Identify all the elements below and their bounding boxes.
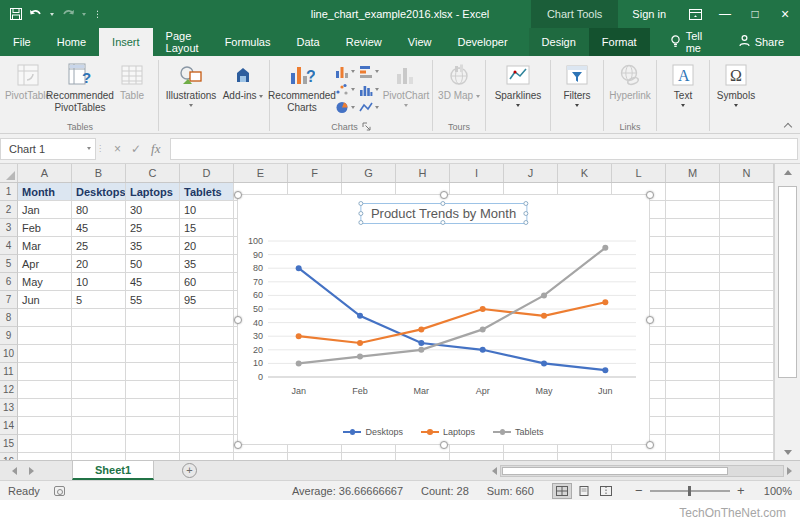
cell-N6[interactable]: [720, 273, 774, 291]
cell-D9[interactable]: [180, 327, 234, 345]
row-header-12[interactable]: 12: [0, 381, 18, 399]
recommended-charts-button[interactable]: ? Recommended Charts: [273, 59, 331, 113]
undo-button[interactable]: [29, 9, 43, 20]
row-header-9[interactable]: 9: [0, 327, 18, 345]
chart-selection-handle[interactable]: [646, 441, 654, 449]
embedded-chart[interactable]: 0102030405060708090100JanFebMarAprMayJun…: [237, 194, 650, 445]
cell-N12[interactable]: [720, 381, 774, 399]
undo-dropdown-caret[interactable]: [50, 13, 54, 16]
cell-B4[interactable]: 25: [72, 237, 126, 255]
cell-N9[interactable]: [720, 327, 774, 345]
pivottable-button[interactable]: PivotTable: [5, 59, 51, 102]
cell-H16[interactable]: [396, 453, 450, 460]
cell-D8[interactable]: [180, 309, 234, 327]
insert-function-icon[interactable]: fx: [151, 141, 160, 157]
select-all-corner[interactable]: [0, 164, 18, 182]
cell-B15[interactable]: [72, 435, 126, 453]
cell-M7[interactable]: [666, 291, 720, 309]
cell-L16[interactable]: [612, 453, 666, 460]
cell-N3[interactable]: [720, 219, 774, 237]
page-break-preview-button[interactable]: [596, 483, 616, 499]
cell-A15[interactable]: [18, 435, 72, 453]
column-header-k[interactable]: K: [558, 164, 612, 182]
cell-C9[interactable]: [126, 327, 180, 345]
column-header-j[interactable]: J: [504, 164, 558, 182]
title-selection-handle[interactable]: [441, 220, 446, 225]
row-header-13[interactable]: 13: [0, 399, 18, 417]
cell-A6[interactable]: May: [18, 273, 72, 291]
cell-C6[interactable]: 45: [126, 273, 180, 291]
cell-C12[interactable]: [126, 381, 180, 399]
cell-A8[interactable]: [18, 309, 72, 327]
row-header-11[interactable]: 11: [0, 363, 18, 381]
row-header-14[interactable]: 14: [0, 417, 18, 435]
cell-N16[interactable]: [720, 453, 774, 460]
cell-K16[interactable]: [558, 453, 612, 460]
symbols-button[interactable]: Ω Symbols: [713, 59, 759, 107]
tab-design[interactable]: Design: [529, 28, 589, 56]
cell-D6[interactable]: 60: [180, 273, 234, 291]
table-button[interactable]: Table: [109, 59, 155, 102]
cell-B2[interactable]: 80: [72, 201, 126, 219]
column-header-c[interactable]: C: [126, 164, 180, 182]
cell-M9[interactable]: [666, 327, 720, 345]
cell-A1[interactable]: Month: [18, 183, 72, 201]
insert-column-chart-button[interactable]: [335, 63, 355, 80]
cell-M1[interactable]: [666, 183, 720, 201]
cell-N2[interactable]: [720, 201, 774, 219]
close-button[interactable]: ×: [770, 0, 800, 28]
filters-button[interactable]: Filters: [554, 59, 600, 107]
cell-N7[interactable]: [720, 291, 774, 309]
cell-N13[interactable]: [720, 399, 774, 417]
cell-J16[interactable]: [504, 453, 558, 460]
cell-C1[interactable]: Laptops: [126, 183, 180, 201]
cell-M4[interactable]: [666, 237, 720, 255]
tab-review[interactable]: Review: [333, 28, 395, 56]
maximize-button[interactable]: □: [740, 0, 770, 28]
tab-insert[interactable]: Insert: [99, 28, 153, 56]
row-header-3[interactable]: 3: [0, 219, 18, 237]
cell-B6[interactable]: 10: [72, 273, 126, 291]
cell-A3[interactable]: Feb: [18, 219, 72, 237]
addins-button[interactable]: Add-ins: [220, 59, 266, 102]
tab-file[interactable]: File: [0, 28, 44, 56]
pivotchart-button[interactable]: PivotChart: [383, 59, 429, 107]
cell-A2[interactable]: Jan: [18, 201, 72, 219]
title-selection-handle[interactable]: [358, 211, 363, 216]
cell-E16[interactable]: [234, 453, 288, 460]
chart-selection-handle[interactable]: [234, 191, 242, 199]
cell-B5[interactable]: 20: [72, 255, 126, 273]
cell-B1[interactable]: Desktops: [72, 183, 126, 201]
chart-selection-handle[interactable]: [646, 316, 654, 324]
row-header-5[interactable]: 5: [0, 255, 18, 273]
row-header-4[interactable]: 4: [0, 237, 18, 255]
column-header-a[interactable]: A: [18, 164, 72, 182]
scroll-down-arrow[interactable]: [775, 444, 800, 460]
minimize-button[interactable]: —: [710, 0, 740, 28]
cell-D2[interactable]: 10: [180, 201, 234, 219]
cell-M10[interactable]: [666, 345, 720, 363]
cell-N5[interactable]: [720, 255, 774, 273]
horizontal-scroll-thumb[interactable]: [502, 467, 728, 475]
chart-selection-handle[interactable]: [234, 316, 242, 324]
column-header-f[interactable]: F: [288, 164, 342, 182]
insert-line-chart-button[interactable]: [359, 99, 379, 116]
cell-B13[interactable]: [72, 399, 126, 417]
cell-D15[interactable]: [180, 435, 234, 453]
cell-I16[interactable]: [450, 453, 504, 460]
cell-N8[interactable]: [720, 309, 774, 327]
chart-legend[interactable]: DesktopsLaptopsTablets: [238, 427, 649, 437]
cell-B7[interactable]: 5: [72, 291, 126, 309]
cell-A11[interactable]: [18, 363, 72, 381]
cell-A4[interactable]: Mar: [18, 237, 72, 255]
legend-item-desktops[interactable]: Desktops: [343, 427, 403, 437]
chart-selection-handle[interactable]: [440, 441, 448, 449]
tab-home[interactable]: Home: [44, 28, 99, 56]
cell-M8[interactable]: [666, 309, 720, 327]
cell-M11[interactable]: [666, 363, 720, 381]
cell-C10[interactable]: [126, 345, 180, 363]
cell-D14[interactable]: [180, 417, 234, 435]
cell-A13[interactable]: [18, 399, 72, 417]
enter-formula-icon[interactable]: ✓: [131, 142, 141, 156]
cell-N10[interactable]: [720, 345, 774, 363]
